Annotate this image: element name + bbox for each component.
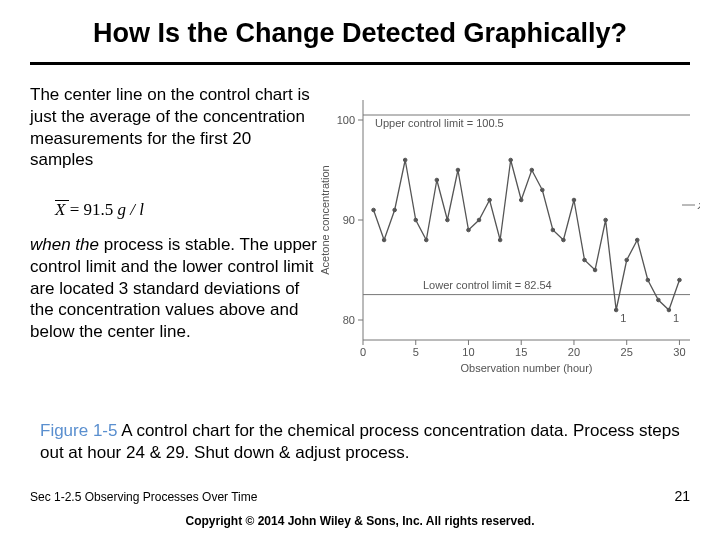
svg-point-54 <box>625 258 629 262</box>
svg-text:100: 100 <box>337 114 355 126</box>
section-footer: Sec 1-2.5 Observing Processes Over Time <box>30 490 257 504</box>
svg-text:15: 15 <box>515 346 527 358</box>
paragraph-2-lead: when the <box>30 235 99 254</box>
svg-point-44 <box>519 198 523 202</box>
svg-point-36 <box>435 178 439 182</box>
svg-point-40 <box>477 218 481 222</box>
svg-point-39 <box>467 228 471 232</box>
svg-point-41 <box>488 198 492 202</box>
svg-point-48 <box>562 238 566 242</box>
svg-point-52 <box>604 218 608 222</box>
svg-point-47 <box>551 228 555 232</box>
formula-xbar: X = 91.5 g / l <box>55 200 144 220</box>
svg-text:x̄ = 91.50: x̄ = 91.50 <box>697 199 700 211</box>
svg-text:80: 80 <box>343 314 355 326</box>
svg-point-55 <box>635 238 639 242</box>
svg-point-34 <box>414 218 418 222</box>
svg-text:0: 0 <box>360 346 366 358</box>
svg-text:Acetone concentration: Acetone concentration <box>319 165 331 274</box>
svg-text:Lower control limit = 82.54: Lower control limit = 82.54 <box>423 279 552 291</box>
svg-text:Observation number (hour): Observation number (hour) <box>460 362 592 374</box>
svg-point-31 <box>382 238 386 242</box>
svg-text:1: 1 <box>620 312 626 324</box>
figure-caption: Figure 1-5 A control chart for the chemi… <box>40 420 680 464</box>
svg-point-58 <box>667 308 671 312</box>
svg-point-46 <box>541 188 545 192</box>
svg-text:1: 1 <box>673 312 679 324</box>
svg-point-42 <box>498 238 502 242</box>
paragraph-1: The center line on the control chart is … <box>30 84 310 171</box>
paragraph-2: when the process is stable. The upper co… <box>30 234 320 343</box>
svg-point-30 <box>372 208 376 212</box>
svg-text:10: 10 <box>462 346 474 358</box>
svg-point-56 <box>646 278 650 282</box>
svg-text:20: 20 <box>568 346 580 358</box>
page-number: 21 <box>674 488 690 504</box>
svg-text:25: 25 <box>621 346 633 358</box>
svg-point-57 <box>657 298 661 302</box>
title-underline <box>30 62 690 65</box>
svg-point-43 <box>509 158 513 162</box>
svg-text:5: 5 <box>413 346 419 358</box>
svg-point-37 <box>446 218 450 222</box>
svg-point-38 <box>456 168 460 172</box>
svg-text:30: 30 <box>673 346 685 358</box>
svg-point-35 <box>424 238 428 242</box>
page-title: How Is the Change Detected Graphically? <box>36 18 684 49</box>
svg-point-32 <box>393 208 397 212</box>
svg-point-53 <box>614 308 618 312</box>
copyright: Copyright © 2014 John Wiley & Sons, Inc.… <box>0 514 720 528</box>
svg-point-45 <box>530 168 534 172</box>
svg-point-49 <box>572 198 576 202</box>
svg-text:90: 90 <box>343 214 355 226</box>
svg-point-50 <box>583 258 587 262</box>
figure-caption-text: A control chart for the chemical process… <box>40 421 680 462</box>
svg-point-59 <box>678 278 682 282</box>
figure-label: Figure 1-5 <box>40 421 117 440</box>
svg-text:Upper control limit = 100.5: Upper control limit = 100.5 <box>375 117 504 129</box>
control-chart: 8090100051015202530Observation number (h… <box>315 90 700 380</box>
svg-point-51 <box>593 268 597 272</box>
svg-point-33 <box>403 158 407 162</box>
